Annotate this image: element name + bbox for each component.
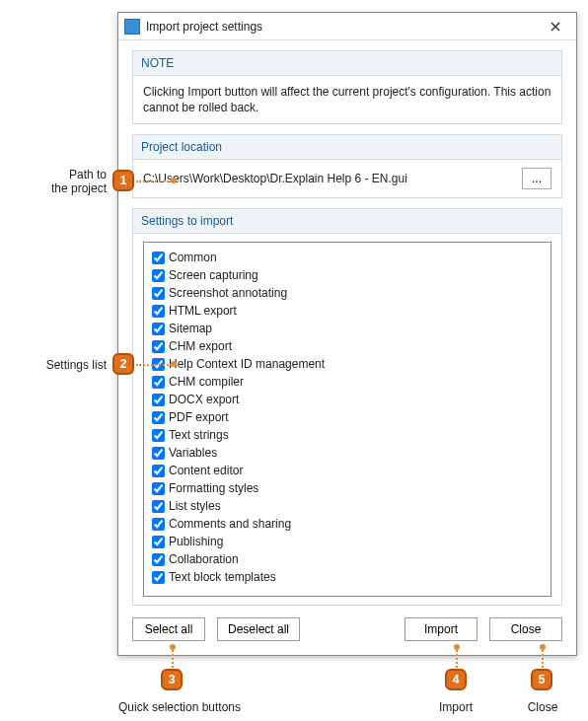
project-location-header: Project location (133, 135, 561, 160)
setting-checkbox[interactable] (152, 447, 165, 460)
setting-checkbox[interactable] (152, 500, 165, 513)
list-item[interactable]: Screen capturing (152, 266, 543, 284)
setting-label: CHM compiler (169, 374, 244, 390)
list-item[interactable]: Formatting styles (152, 479, 543, 497)
callout-2-line (136, 364, 172, 366)
list-item[interactable]: Help Context ID management (152, 355, 543, 373)
list-item[interactable]: Content editor (152, 462, 543, 479)
setting-checkbox[interactable] (152, 323, 165, 335)
setting-checkbox[interactable] (152, 536, 165, 548)
deselect-all-button[interactable]: Deselect all (217, 617, 300, 641)
note-section: NOTE Clicking Import button will affect … (132, 50, 562, 124)
setting-label: Variables (169, 445, 217, 461)
titlebar: Import project settings (118, 13, 576, 40)
setting-checkbox[interactable] (152, 287, 165, 300)
list-item[interactable]: Sitemap (152, 320, 543, 337)
callout-2-badge: 2 (112, 353, 134, 375)
import-button[interactable]: Import (404, 617, 478, 641)
callout-5-line (542, 650, 544, 668)
setting-label: HTML export (169, 303, 237, 319)
setting-checkbox[interactable] (152, 411, 165, 424)
setting-label: Text strings (169, 427, 229, 443)
setting-checkbox[interactable] (152, 518, 165, 531)
setting-checkbox[interactable] (152, 553, 165, 566)
list-item[interactable]: CHM export (152, 337, 543, 355)
setting-checkbox[interactable] (152, 376, 165, 389)
callout-4-label: Import (436, 700, 476, 714)
setting-label: Collaboration (169, 551, 239, 567)
setting-label: Screen capturing (169, 267, 258, 283)
button-row: Select all Deselect all Import Close (132, 617, 562, 641)
list-item[interactable]: Common (152, 249, 543, 266)
note-header: NOTE (133, 51, 561, 76)
setting-checkbox[interactable] (152, 571, 165, 584)
setting-label: Help Context ID management (169, 356, 325, 372)
setting-checkbox[interactable] (152, 482, 165, 495)
list-item[interactable]: Collaboration (152, 550, 543, 568)
callout-1-badge: 1 (112, 170, 134, 191)
setting-label: DOCX export (169, 392, 239, 407)
setting-checkbox[interactable] (152, 429, 165, 442)
callout-2-label: Settings list (37, 358, 107, 372)
setting-checkbox[interactable] (152, 465, 165, 477)
setting-checkbox[interactable] (152, 340, 165, 353)
callout-3-label: Quick selection buttons (110, 700, 249, 714)
callout-1-dot (171, 178, 177, 183)
app-icon (124, 19, 140, 35)
callout-2-dot (171, 361, 177, 367)
setting-label: Content editor (169, 463, 243, 478)
setting-label: PDF export (169, 409, 229, 425)
setting-checkbox[interactable] (152, 394, 165, 406)
setting-checkbox[interactable] (152, 269, 165, 282)
setting-label: Screenshot annotating (169, 285, 287, 301)
list-item[interactable]: CHM compiler (152, 373, 543, 391)
callout-3-line (172, 650, 174, 668)
setting-label: CHM export (169, 338, 232, 354)
setting-label: Text block templates (169, 569, 276, 585)
list-item[interactable]: Text strings (152, 426, 543, 444)
window-title: Import project settings (146, 20, 541, 34)
setting-label: Common (169, 250, 217, 265)
callout-5-badge: 5 (531, 669, 552, 690)
list-item[interactable]: Variables (152, 444, 543, 462)
callout-4-line (456, 650, 458, 668)
list-item[interactable]: DOCX export (152, 391, 543, 408)
settings-section: Settings to import CommonScreen capturin… (132, 208, 562, 606)
close-button[interactable]: Close (489, 617, 562, 641)
list-item[interactable]: Comments and sharing (152, 515, 543, 533)
list-item[interactable]: List styles (152, 497, 543, 515)
project-path-text: C:\Users\Work\Desktop\Dr.Explain Help 6 … (143, 171, 514, 186)
list-item[interactable]: Text block templates (152, 568, 543, 586)
callout-4-badge: 4 (445, 669, 467, 690)
list-item[interactable]: Screenshot annotating (152, 284, 543, 302)
list-item[interactable]: Publishing (152, 533, 543, 550)
setting-label: Formatting styles (169, 480, 258, 496)
list-item[interactable]: PDF export (152, 408, 543, 426)
setting-checkbox[interactable] (152, 305, 165, 318)
note-body: Clicking Import button will affect the c… (133, 76, 561, 123)
callout-1-line (136, 180, 172, 182)
setting-label: Comments and sharing (169, 516, 291, 532)
browse-button[interactable]: ... (522, 168, 551, 189)
setting-label: Sitemap (169, 321, 212, 336)
titlebar-close-button[interactable] (541, 17, 570, 36)
setting-checkbox[interactable] (152, 252, 165, 264)
setting-label: List styles (169, 498, 221, 514)
close-icon (551, 22, 560, 32)
callout-1-label: Path to the project (47, 168, 107, 196)
list-item[interactable]: HTML export (152, 302, 543, 320)
settings-header: Settings to import (133, 209, 561, 234)
import-project-settings-dialog: Import project settings NOTE Clicking Im… (117, 12, 577, 656)
setting-label: Publishing (169, 534, 223, 549)
project-location-section: Project location C:\Users\Work\Desktop\D… (132, 134, 562, 198)
select-all-button[interactable]: Select all (132, 617, 205, 641)
settings-list[interactable]: CommonScreen capturingScreenshot annotat… (143, 242, 551, 597)
callout-3-badge: 3 (161, 669, 183, 690)
callout-5-label: Close (523, 700, 562, 714)
